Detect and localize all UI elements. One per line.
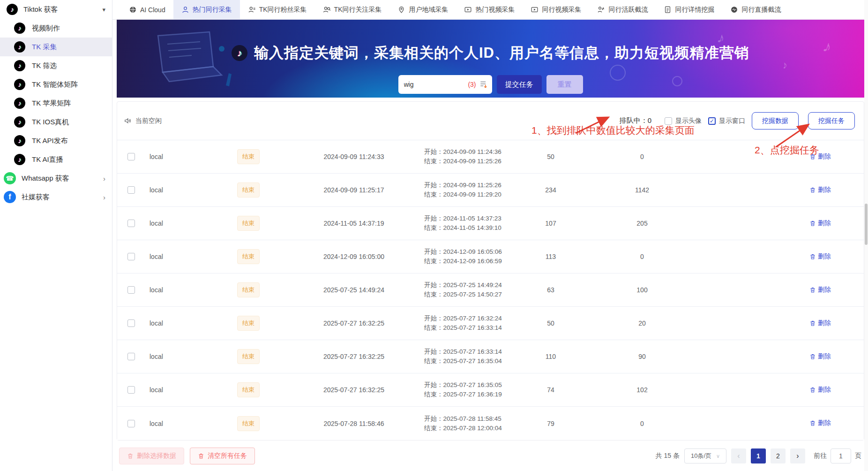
scrollbar-thumb[interactable] [865,204,868,245]
sidebar-social-label: 社媒获客 [22,193,50,202]
status-badge: 结束 [237,249,260,264]
total-count: 共 15 条 [656,452,680,460]
trash-icon [809,253,816,260]
status-badge: 结束 [237,282,260,297]
sidebar-item-whatsapp[interactable]: ☎ Whatsapp 获客 › [0,169,112,188]
delete-row-link[interactable]: 删除 [809,386,831,394]
row-checkbox[interactable] [127,220,135,227]
row-end-time: 结束：2024-09-09 11:29:20 [424,190,504,199]
annotation-note-2: 2、点挖掘任务 [755,144,819,157]
hero-banner: ♪ ♪ ♪ ♪ 输入指定关键词，采集相关的个人ID、用户名等信息，助力短视频精准… [117,20,864,98]
status-badge: 结束 [237,416,260,431]
delete-row-link[interactable]: 删除 [809,319,831,327]
row-created-time: 2024-09-09 11:24:33 [284,153,424,160]
tab-item[interactable]: 用户地域采集 [389,0,456,19]
import-list-icon[interactable] [479,80,488,89]
page-2-button[interactable]: 2 [771,448,786,463]
facebook-icon: f [4,191,16,203]
sidebar-item[interactable]: ♪ TK 筛选 [0,56,112,75]
chevron-right-icon: › [103,193,105,201]
tiktok-icon: ♪ [14,60,25,71]
queue-value: 0 [648,116,651,124]
sidebar-item[interactable]: ♪ TK AI直播 [0,150,112,169]
row-checkbox[interactable] [127,386,135,394]
row-checkbox[interactable] [127,420,135,427]
vertical-scrollbar[interactable] [864,0,868,471]
tab-item[interactable]: TK同行关注采集 [315,0,390,19]
page-size-select[interactable]: 10条/页 ∨ [684,448,726,463]
delete-row-link[interactable]: 删除 [809,186,831,194]
row-time-range: 开始：2024-12-09 16:05:06 结束：2024-12-09 16:… [424,247,504,266]
tab-label: 同行详情挖掘 [675,6,714,14]
trash-icon [198,453,204,459]
mine-task-button[interactable]: 挖掘任务 [808,112,855,129]
tab-icon [248,6,256,14]
delete-row-link[interactable]: 删除 [809,252,831,261]
row-checkbox[interactable] [127,353,135,360]
row-checkbox[interactable] [127,253,135,260]
submit-task-button[interactable]: 提交任务 [497,75,542,94]
sidebar-item[interactable]: ♪ 视频制作 [0,19,112,38]
sidebar-item-social[interactable]: f 社媒获客 › [0,188,112,206]
row-start-time: 开始：2024-09-09 11:24:36 [424,147,504,157]
tab-item[interactable]: 热门视频采集 [456,0,523,19]
mine-data-button[interactable]: 挖掘数据 [752,112,799,129]
delete-label: 删除 [818,152,831,161]
delete-row-link[interactable]: 删除 [809,352,831,361]
tab-item[interactable]: AI Cloud [121,0,173,19]
tab-icon [597,6,605,14]
show-window-checkbox-group[interactable]: ✓ 显示窗口 [708,117,745,125]
tiktok-icon: ♪ [14,154,25,165]
row-source: local [143,153,213,160]
row-created-time: 2025-07-28 11:58:46 [284,420,424,427]
delete-row-link[interactable]: 删除 [809,286,831,294]
goto-page-input[interactable] [831,448,851,463]
sidebar-item-label: TK 苹果矩阵 [32,99,71,108]
task-toolbar: 当前空闲 排队中：0 显示头像 ✓ 显示窗口 挖掘数据 挖掘任务 [117,102,864,140]
sidebar-item[interactable]: ♪ TK 采集 [0,38,112,56]
row-checkbox[interactable] [127,153,135,160]
row-checkbox[interactable] [127,186,135,194]
sidebar-item[interactable]: ♪ TK 苹果矩阵 [0,94,112,113]
reset-button[interactable]: 重置 [546,75,583,94]
tab-item[interactable]: 同行直播截流 [722,0,789,19]
page-1-button[interactable]: 1 [751,448,766,463]
row-checkbox[interactable] [127,319,135,327]
delete-label: 删除 [818,186,831,194]
sidebar-item[interactable]: ♪ TK 智能体矩阵 [0,75,112,94]
checkbox-checked-icon[interactable]: ✓ [708,117,716,125]
pagination: 共 15 条 10条/页 ∨ ‹ 1 2 › 前往 页 [656,448,861,463]
keyword-input[interactable] [404,81,465,88]
tab-item[interactable]: 同行活跃截流 [589,0,656,19]
next-page-button[interactable]: › [790,448,805,463]
delete-label: 删除 [818,319,831,327]
status-text: 当前空闲 [135,117,162,125]
sidebar-root-tiktok[interactable]: ♪ Tiktok 获客 ▾ [0,0,112,19]
table-row: local 结束 2024-11-05 14:37:19 开始：2024-11-… [117,207,864,240]
sidebar-item[interactable]: ♪ TK API发布 [0,131,112,150]
tab-item[interactable]: TK同行粉丝采集 [240,0,315,19]
tab-label: 同行直播截流 [741,6,781,14]
status-badge: 结束 [237,382,260,397]
row-time-range: 开始：2024-09-09 11:25:26 结束：2024-09-09 11:… [424,181,504,199]
row-count-collected: 74 [504,386,598,394]
delete-row-link[interactable]: 删除 [809,419,831,427]
row-count-collected: 107 [504,220,598,227]
tiktok-icon: ♪ [14,79,25,90]
tab-item[interactable]: 热门同行采集 [173,0,240,19]
delete-selected-button[interactable]: 删除选择数据 [119,448,184,464]
app-window: ♪ Tiktok 获客 ▾ ♪ 视频制作 ♪ TK 采集 ♪ TK 筛选 [0,0,868,471]
delete-row-link[interactable]: 删除 [809,219,831,228]
row-checkbox[interactable] [127,286,135,294]
sidebar-item[interactable]: ♪ TK IOS真机 [0,113,112,131]
table-row: local 结束 2025-07-25 14:49:24 开始：2025-07-… [117,273,864,307]
table-row: local 结束 2025-07-28 11:58:46 开始：2025-07-… [117,407,864,440]
clear-all-tasks-button[interactable]: 清空所有任务 [190,448,255,464]
trash-icon [809,287,816,293]
tab-item[interactable]: 同行详情挖掘 [656,0,722,19]
sidebar-item-label: TK 采集 [32,43,57,52]
row-time-range: 开始：2024-11-05 14:37:23 结束：2024-11-05 14:… [424,214,504,233]
tab-item[interactable]: 同行视频采集 [523,0,589,19]
prev-page-button[interactable]: ‹ [731,448,746,463]
page-size-value: 10条/页 [691,452,711,460]
